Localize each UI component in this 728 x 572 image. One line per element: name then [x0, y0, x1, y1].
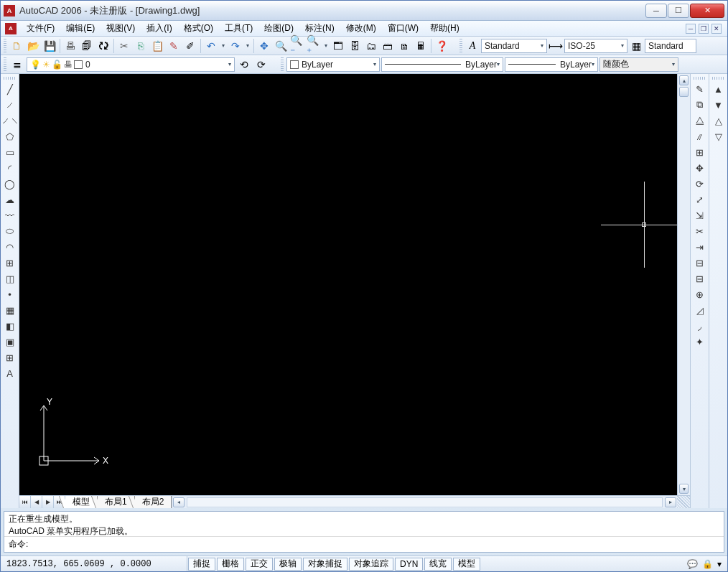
- menu-文件[interactable]: 文件(F): [21, 21, 60, 36]
- quickcalc-icon[interactable]: 🖩: [413, 38, 429, 54]
- point-icon[interactable]: •: [2, 286, 18, 302]
- construction-line-icon[interactable]: ⟋: [2, 97, 18, 113]
- zoom-window-icon[interactable]: 🔍⁺: [306, 38, 322, 54]
- fillet-icon[interactable]: ◞: [692, 318, 708, 334]
- stretch-icon[interactable]: ⇲: [692, 207, 708, 223]
- scroll-down-button[interactable]: ▾: [679, 484, 689, 494]
- horizontal-scrollbar[interactable]: ◂ ▸: [172, 496, 677, 508]
- ellipse-icon[interactable]: ⬭: [2, 223, 18, 239]
- redo-dropdown[interactable]: ▾: [244, 42, 251, 49]
- open-icon[interactable]: 📂: [25, 38, 41, 54]
- close-button[interactable]: ✕: [690, 4, 724, 18]
- pan-realtime-icon[interactable]: ✥: [256, 38, 272, 54]
- gradient-icon[interactable]: ◧: [2, 318, 18, 334]
- toolbar-grip[interactable]: [4, 39, 6, 53]
- tab-next-button[interactable]: ▶: [42, 496, 54, 508]
- erase-icon[interactable]: ✎: [692, 81, 708, 97]
- explode-icon[interactable]: ✦: [692, 334, 708, 350]
- block-editor-icon[interactable]: ✐: [182, 38, 198, 54]
- splitter-grip[interactable]: [677, 496, 690, 508]
- status-toggle-模型[interactable]: 模型: [453, 558, 480, 571]
- trim-icon[interactable]: ✂: [692, 223, 708, 239]
- layer-previous-icon[interactable]: ⟲: [236, 57, 252, 72]
- status-toggle-正交[interactable]: 正交: [246, 558, 273, 571]
- menu-编辑[interactable]: 编辑(E): [60, 21, 101, 36]
- redo-icon[interactable]: ↷: [228, 38, 243, 54]
- polygon-icon[interactable]: ⬠: [2, 128, 18, 144]
- status-toggle-对象追踪[interactable]: 对象追踪: [349, 558, 393, 571]
- bring-to-front-icon[interactable]: ▲: [711, 81, 727, 97]
- paste-icon[interactable]: 📋: [149, 38, 165, 54]
- new-icon[interactable]: 🗋: [9, 38, 24, 54]
- multiline-text-icon[interactable]: A: [2, 365, 18, 381]
- status-toggle-极轴[interactable]: 极轴: [274, 558, 302, 571]
- scroll-up-button[interactable]: ▴: [679, 75, 689, 85]
- arc-icon[interactable]: ◜: [2, 160, 18, 176]
- mdi-close-button[interactable]: ✕: [711, 24, 722, 34]
- zoom-dropdown[interactable]: ▾: [322, 42, 330, 49]
- offset-icon[interactable]: ⫽: [692, 128, 708, 144]
- undo-icon[interactable]: ↶: [203, 38, 219, 54]
- minimize-button[interactable]: ─: [645, 4, 667, 18]
- table-style-icon[interactable]: ▦: [628, 38, 644, 54]
- menu-帮助[interactable]: 帮助(H): [424, 21, 465, 36]
- properties-icon[interactable]: 🗔: [330, 38, 346, 54]
- save-icon[interactable]: 💾: [42, 38, 57, 54]
- scroll-thumb[interactable]: [679, 87, 689, 97]
- insert-block-icon[interactable]: ⊞: [2, 255, 18, 271]
- status-toggle-DYN[interactable]: DYN: [395, 558, 423, 571]
- dim-style-icon[interactable]: ⟼: [548, 38, 564, 54]
- mdi-restore-button[interactable]: ❐: [699, 24, 709, 34]
- rectangle-icon[interactable]: ▭: [2, 144, 18, 160]
- status-toggle-对象捕捉[interactable]: 对象捕捉: [303, 558, 347, 571]
- table-style-combo[interactable]: Standard: [645, 39, 696, 53]
- array-icon[interactable]: ⊞: [692, 144, 708, 160]
- design-center-icon[interactable]: 🗄: [347, 38, 363, 54]
- join-icon[interactable]: ⊕: [692, 286, 708, 302]
- layer-combo[interactable]: 💡 ☀ 🔓 🖶 0 ▾: [27, 57, 235, 72]
- status-toggle-线宽[interactable]: 线宽: [424, 558, 452, 571]
- markup-set-icon[interactable]: 🗈: [396, 38, 412, 54]
- break-icon[interactable]: ⊟: [692, 271, 708, 286]
- styles-toolbar-grip[interactable]: [459, 39, 462, 53]
- sheet-set-icon[interactable]: 🗃: [380, 38, 396, 54]
- move-icon[interactable]: ✥: [692, 160, 708, 176]
- hatch-icon[interactable]: ▦: [2, 302, 18, 318]
- copy-icon[interactable]: ⎘: [133, 38, 149, 54]
- tab-prev-button[interactable]: ◀: [31, 496, 42, 508]
- menu-视图[interactable]: 视图(V): [101, 21, 141, 36]
- mirror-icon[interactable]: ⧋: [692, 113, 708, 128]
- text-style-icon[interactable]: A: [465, 38, 480, 54]
- region-icon[interactable]: ▣: [2, 334, 18, 350]
- dim-style-combo[interactable]: ISO-25▾: [564, 39, 627, 53]
- undo-dropdown[interactable]: ▾: [220, 42, 227, 49]
- revision-cloud-icon[interactable]: ☁: [2, 192, 18, 207]
- layer-manager-icon[interactable]: ≣: [9, 57, 25, 72]
- properties-toolbar-grip[interactable]: [281, 57, 284, 72]
- layers-toolbar-grip[interactable]: [4, 57, 6, 72]
- print-icon[interactable]: 🖶: [62, 38, 78, 54]
- maximize-button[interactable]: ☐: [668, 4, 689, 18]
- status-toggle-捕捉[interactable]: 捕捉: [188, 558, 215, 571]
- tray-menu-icon[interactable]: ▾: [717, 559, 722, 569]
- menu-工具[interactable]: 工具(T): [219, 21, 258, 36]
- tray-lock-icon[interactable]: 🔒: [702, 559, 713, 569]
- menu-窗口[interactable]: 窗口(W): [382, 21, 424, 36]
- menu-格式[interactable]: 格式(O): [178, 21, 219, 36]
- layer-states-icon[interactable]: ⟳: [253, 57, 269, 72]
- model-canvas[interactable]: X Y: [19, 74, 677, 495]
- tray-comm-icon[interactable]: 💬: [687, 559, 698, 569]
- break-at-point-icon[interactable]: ⊟: [692, 255, 708, 271]
- mdi-minimize-button[interactable]: ─: [686, 24, 696, 34]
- scale-icon[interactable]: ⤢: [692, 192, 708, 207]
- print-preview-icon[interactable]: 🗐: [79, 38, 95, 54]
- linetype-combo[interactable]: ByLayer▾: [381, 57, 503, 72]
- cut-icon[interactable]: ✂: [116, 38, 132, 54]
- zoom-realtime-icon[interactable]: 🔍: [273, 38, 289, 54]
- extend-icon[interactable]: ⇥: [692, 239, 708, 255]
- polyline-icon[interactable]: ⟋⟍: [2, 113, 18, 128]
- hscroll-track[interactable]: [187, 497, 663, 507]
- bring-above-icon[interactable]: △: [711, 113, 727, 128]
- send-under-icon[interactable]: ▽: [711, 128, 727, 144]
- line-icon[interactable]: ╱: [2, 81, 18, 97]
